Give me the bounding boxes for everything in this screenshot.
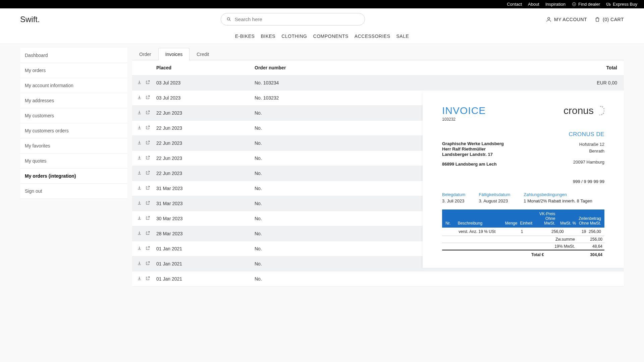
tab[interactable]: Credit [190, 48, 216, 60]
invoice-title: INVOICE [442, 105, 486, 116]
search-input[interactable] [235, 16, 359, 22]
express-buy-link[interactable]: Express Buy [606, 2, 637, 7]
svg-point-7 [548, 17, 550, 19]
cell-placed: 22 Jun 2023 [156, 171, 255, 176]
cell-order-number: No. 103234 [255, 80, 570, 85]
open-external-icon[interactable] [145, 95, 150, 101]
bag-icon [594, 16, 600, 22]
invoice-table-header: Placed Order number Total [132, 60, 624, 75]
sidebar-item[interactable]: Sign out [20, 184, 127, 199]
download-icon[interactable] [137, 216, 142, 222]
svg-point-4 [609, 5, 610, 6]
main-panel: OrderInvoicesCredit Placed Order number … [132, 48, 624, 287]
tab[interactable]: Invoices [158, 48, 190, 60]
cell-placed: 03 Jul 2023 [156, 95, 255, 101]
open-external-icon[interactable] [145, 216, 150, 222]
th-vat: MwSt. % [556, 220, 577, 226]
express-buy-label: Express Buy [613, 2, 637, 7]
my-account-link[interactable]: MY ACCOUNT [546, 16, 587, 22]
line-unit [524, 229, 542, 235]
download-icon[interactable] [137, 140, 142, 146]
th-desc: Beschreibung [457, 220, 502, 226]
open-external-icon[interactable] [145, 140, 150, 146]
cell-placed: 22 Jun 2023 [156, 156, 255, 161]
company-phone: 999 / 9 99 99 99 [442, 179, 604, 184]
download-icon[interactable] [137, 185, 142, 191]
vendor-logo-text: cronus [564, 105, 594, 116]
sidebar-item[interactable]: My addresses [20, 93, 127, 108]
sidebar-item[interactable]: My quotes [20, 154, 127, 169]
download-icon[interactable] [137, 170, 142, 176]
download-icon[interactable] [137, 95, 142, 101]
cart-link[interactable]: (0) CART [594, 16, 624, 22]
meta-due-value: 3. August 2023 [479, 198, 510, 203]
header-total: Total [570, 65, 617, 70]
open-external-icon[interactable] [145, 80, 150, 86]
sidebar-item[interactable]: My favorites [20, 138, 127, 154]
meta-terms-label: Zahlungsbedingungen [524, 192, 604, 197]
open-external-icon[interactable] [145, 155, 150, 161]
download-icon[interactable] [137, 200, 142, 206]
meta-date-label: Belegdatum [442, 192, 465, 197]
inspiration-link[interactable]: Inspiration [545, 2, 566, 7]
cell-placed: 31 Mar 2023 [156, 201, 255, 206]
sidebar-item[interactable]: My customers [20, 108, 127, 123]
download-icon[interactable] [137, 246, 142, 252]
line-nr [444, 229, 457, 235]
sidebar-item[interactable]: My customers orders [20, 123, 127, 138]
nav-components[interactable]: COMPONENTS [313, 34, 348, 39]
download-icon[interactable] [137, 231, 142, 237]
open-external-icon[interactable] [145, 261, 150, 267]
line-desc: verst. Anz. 19 % USt [457, 229, 506, 235]
total-value: 304,64 [590, 252, 602, 257]
cell-placed: 28 Mar 2023 [156, 231, 255, 236]
sidebar-item[interactable]: Dashboard [20, 48, 127, 63]
sidebar-item[interactable]: My orders [20, 63, 127, 78]
invoice-row[interactable]: 03 Jul 2023No. 103234EUR 0,00 [132, 75, 624, 90]
about-link[interactable]: About [528, 2, 539, 7]
invoice-row[interactable]: 01 Jan 2021No. [132, 272, 624, 287]
open-external-icon[interactable] [145, 246, 150, 252]
download-icon[interactable] [137, 276, 142, 282]
nav-accessories[interactable]: ACCESSORIES [355, 34, 390, 39]
search-box[interactable] [221, 13, 365, 25]
tab[interactable]: Order [132, 48, 158, 60]
open-external-icon[interactable] [145, 276, 150, 282]
nav-clothing[interactable]: CLOTHING [281, 34, 307, 39]
contact-link[interactable]: Contact [507, 2, 522, 7]
header-order-number: Order number [255, 65, 570, 70]
nav-ebikes[interactable]: E-BIKES [235, 34, 255, 39]
site-logo[interactable]: Swift. [20, 15, 40, 24]
vendor-logo: cronus [564, 105, 604, 116]
open-external-icon[interactable] [145, 170, 150, 176]
download-icon[interactable] [137, 155, 142, 161]
search-icon [226, 17, 231, 22]
invoice-meta: Belegdatum 3. Juli 2023 Fälligkeitsdatum… [442, 192, 604, 203]
download-icon[interactable] [137, 125, 142, 131]
invoice-preview-panel: INVOICE 103232 cronus CRONUS DE Graphisc… [423, 92, 624, 268]
download-icon[interactable] [137, 80, 142, 86]
open-external-icon[interactable] [145, 231, 150, 237]
th-unit: Einheit [519, 220, 535, 226]
from-address: Hofstraße 12 Benrath 20097 Hamburg [573, 141, 604, 167]
nav-bikes[interactable]: BIKES [261, 34, 275, 39]
open-external-icon[interactable] [145, 125, 150, 131]
nav-sale[interactable]: SALE [396, 34, 409, 39]
find-dealer-link[interactable]: Find dealer [572, 2, 600, 7]
open-external-icon[interactable] [145, 185, 150, 191]
cell-order-number: No. [255, 276, 570, 282]
open-external-icon[interactable] [145, 110, 150, 116]
cell-placed: 22 Jun 2023 [156, 125, 255, 131]
download-icon[interactable] [137, 261, 142, 267]
download-icon[interactable] [137, 110, 142, 116]
header-placed: Placed [156, 65, 255, 70]
cell-placed: 22 Jun 2023 [156, 110, 255, 116]
sidebar-item[interactable]: My orders (integration) [20, 169, 127, 184]
meta-terms-value: 1 Monat/2% Rabatt innerh. 8 Tagen [524, 198, 604, 203]
open-external-icon[interactable] [145, 200, 150, 206]
cell-placed: 30 Mar 2023 [156, 216, 255, 221]
subtotal-label: Zw.summe [525, 237, 575, 242]
svg-point-1 [574, 4, 575, 5]
sidebar-item[interactable]: My account information [20, 78, 127, 93]
user-icon [546, 16, 552, 22]
